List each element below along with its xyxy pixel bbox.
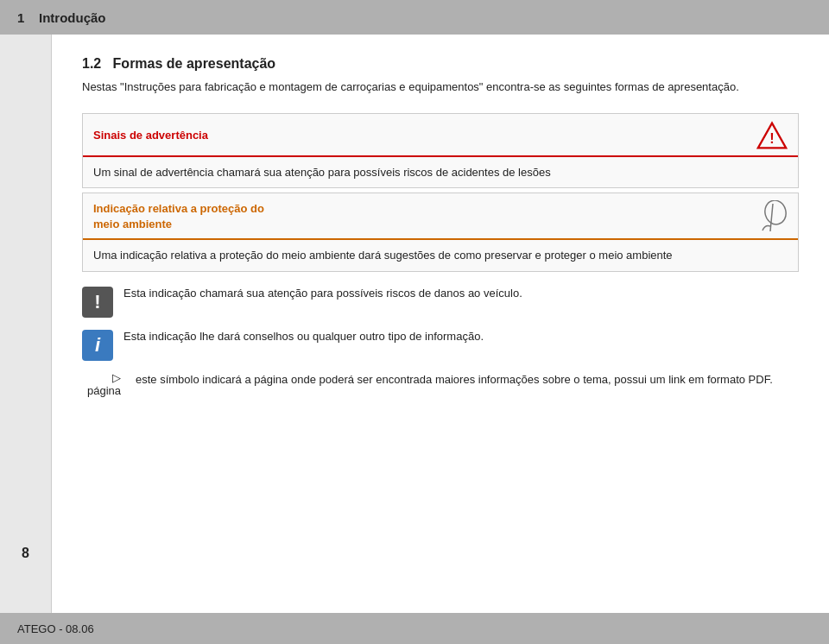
content-area: 1.2 Formas de apresentação Nestas "Instr… [52,35,829,613]
eco-box: Indicação relativa a proteção do meio am… [82,193,799,272]
section-title-text: Formas de apresentação [113,56,276,71]
notice-damage-row: ! Esta indicação chamará sua atenção par… [82,285,799,318]
footer-text: ATEGO - 08.06 [17,622,94,635]
main-content: 8 1.2 Formas de apresentação Nestas "Ins… [0,35,829,613]
warning-signal-title: Sinais de advertência [93,129,208,142]
warning-triangle-icon: ! [756,121,788,150]
notice-info-text: Esta indicação lhe dará conselhos ou qua… [123,328,799,345]
chapter-number: 1 [17,10,24,25]
notice-damage-text: Esta indicação chamará sua atenção para … [123,285,799,302]
page-number: 8 [22,546,29,561]
left-sidebar: 8 [0,35,52,613]
info-icon: i [95,336,100,355]
page-wrapper: 1 Introdução 8 1.2 Formas de apresentaçã… [0,0,829,644]
exclamation-icon: ! [94,293,100,312]
warning-signal-body: Um sinal de advertência chamará sua aten… [83,157,798,188]
svg-line-3 [770,204,773,231]
warning-signal-box: Sinais de advertência ! Um sinal de adve… [82,113,799,189]
header-title: 1 Introdução [17,10,106,25]
info-icon-box: i [82,330,113,361]
eco-leaf-icon [758,200,788,233]
section-number: 1.2 [82,56,101,71]
page-ref-row: ▷ página este símbolo indicará a página … [82,371,799,397]
svg-point-2 [763,200,788,227]
eco-box-header: Indicação relativa a proteção do meio am… [83,193,798,240]
header-bar: 1 Introdução [0,0,829,35]
page-ref-icon: ▷ página [82,371,125,397]
section-heading: 1.2 Formas de apresentação [82,56,799,72]
warning-signal-header: Sinais de advertência ! [83,114,798,157]
section-intro: Nestas "Instruções para fabricação e mon… [82,79,799,96]
eco-box-title: Indicação relativa a proteção do meio am… [93,201,264,232]
damage-warning-icon-box: ! [82,287,113,318]
eco-box-body: Uma indicação relativa a proteção do mei… [83,240,798,271]
footer-bar: ATEGO - 08.06 [0,613,829,644]
notice-info-row: i Esta indicação lhe dará conselhos ou q… [82,328,799,361]
page-ref-text: este símbolo indicará a página onde pode… [136,371,799,397]
chapter-title: Introdução [39,10,106,25]
svg-text:!: ! [769,130,774,146]
